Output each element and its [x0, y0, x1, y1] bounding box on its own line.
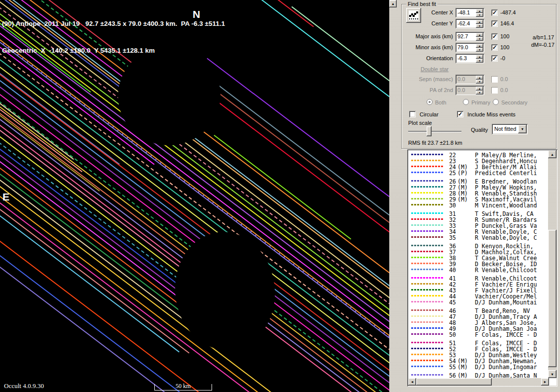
- observer-name: D/J Dunham,Ingomar: [475, 364, 537, 371]
- include-miss-events-label: Include Miss events: [467, 111, 516, 117]
- spinner-buttons[interactable]: ▲ ▼: [476, 20, 483, 27]
- dropdown-arrow-icon[interactable]: ▼: [518, 125, 527, 133]
- spin-value: 79.0: [457, 44, 468, 50]
- spin-down-icon[interactable]: ▼: [476, 59, 483, 63]
- observer-row[interactable]: 49 D/J Dunham,San Joa: [408, 325, 548, 331]
- observer-row[interactable]: 26 (M) E Bredner, Woodlan: [408, 178, 548, 184]
- quality-dropdown[interactable]: Not fitted ▼: [492, 124, 528, 134]
- observer-row[interactable]: 30 M Vincent,Woodland: [408, 202, 548, 208]
- observer-row[interactable]: 52 F Colas, IMCCE - D: [408, 346, 548, 352]
- fixed-check-value: -487.4: [500, 9, 516, 15]
- observer-row[interactable]: 54 (M) D/J Dunham,Newman,: [408, 358, 548, 364]
- observer-row[interactable]: 50 F Colas, IMCCE - D: [408, 331, 548, 337]
- plot-scale-slider-thumb[interactable]: [427, 126, 432, 136]
- value-checkbox[interactable]: ✓: [491, 9, 498, 16]
- observer-row[interactable]: 28 (M) R Venable,Standish: [408, 190, 548, 196]
- observer-row[interactable]: 38 T Case,Walnut Cree: [408, 255, 548, 261]
- observer-row[interactable]: 34 R Venable,Doyle, C: [408, 228, 548, 234]
- observer-name: Predicted Centerli: [475, 170, 537, 177]
- observer-row[interactable]: 55 (M) D/J Dunham,Ingomar: [408, 364, 548, 370]
- plot-scale-label: Plot scale: [408, 120, 432, 126]
- hscroll-thumb[interactable]: [416, 378, 492, 386]
- observer-row[interactable]: 43 F Vachier/J Fixell: [408, 287, 548, 293]
- chord-plot-area: (90) Antiope 2011 Jul 19 92.7 ±243.5 x 7…: [0, 0, 389, 392]
- observer-row[interactable]: 51 F Colas, IMCCE - D: [408, 340, 548, 346]
- observer-row[interactable]: 48 J Albers,San Jose,: [408, 319, 548, 325]
- spin-down-icon[interactable]: ▼: [476, 48, 483, 52]
- spin-up-icon: ▲: [476, 76, 483, 80]
- scroll-up-button[interactable]: ▲: [548, 150, 557, 158]
- observer-name: M Vincent,Woodland: [475, 202, 537, 209]
- spin-input[interactable]: 79.0 ▲ ▼: [455, 43, 484, 52]
- observer-row[interactable]: 23 S Degenhardt,Honcu: [408, 158, 548, 164]
- spin-up-icon[interactable]: ▲: [476, 55, 483, 59]
- vscroll-thumb[interactable]: [548, 230, 557, 367]
- observer-row[interactable]: 46 T Beard,Reno, NV: [408, 307, 548, 313]
- include-miss-events-checkbox[interactable]: ✓: [457, 111, 463, 117]
- spin-up-icon[interactable]: ▲: [476, 44, 483, 48]
- spin-value: -62.4: [457, 20, 470, 26]
- observer-row[interactable]: 24 (M) J Berthier/M Allai: [408, 164, 548, 170]
- spin-input[interactable]: -6.3 ▲ ▼: [455, 54, 484, 63]
- scale-bar: 50 km: [154, 384, 212, 391]
- scale-bar-label: 50 km: [155, 383, 212, 390]
- observer-row[interactable]: 47 D/J Dunham,Tracy A: [408, 313, 548, 319]
- spin-down-icon[interactable]: ▼: [476, 37, 483, 41]
- spinner-buttons[interactable]: ▲ ▼: [476, 44, 483, 51]
- observer-row[interactable]: 56 (M) D/J Dunham,Santa N: [408, 372, 548, 378]
- observer-list-vscrollbar[interactable]: ▲ ▼: [548, 150, 557, 378]
- observer-name: D/J Dunham,Mountai: [475, 299, 537, 306]
- spin-up-icon[interactable]: ▲: [476, 9, 483, 13]
- plot-scale-slider-track[interactable]: [408, 131, 461, 132]
- scroll-right-button[interactable]: ►: [541, 378, 549, 386]
- value-checkbox[interactable]: ✓: [491, 55, 498, 62]
- observer-row[interactable]: 39 D Becker,Boise, ID: [408, 261, 548, 267]
- spin-down-icon: ▼: [476, 80, 483, 84]
- observer-row[interactable]: 27 (M) P Maley/W Hopkins,: [408, 184, 548, 190]
- chord-line: [198, 78, 389, 223]
- value-checkbox[interactable]: ✓: [491, 20, 498, 27]
- observer-row[interactable]: 41 R Venable,Chilcoot: [408, 275, 548, 281]
- scroll-left-button[interactable]: ◄: [408, 378, 416, 386]
- spin-up-icon[interactable]: ▲: [476, 20, 483, 24]
- value-checkbox: [491, 87, 498, 94]
- observer-row[interactable]: 45 D/J Dunham,Mountai: [408, 299, 548, 305]
- observer-list-hscrollbar[interactable]: ◄ ►: [408, 378, 549, 386]
- observer-row[interactable]: 25 (P) Predicted Centerli: [408, 170, 548, 176]
- observer-row[interactable]: 33 P Dunckel,Grass Va: [408, 222, 548, 228]
- double-star-link[interactable]: Double star: [421, 66, 448, 72]
- circular-label: Circular: [420, 111, 439, 117]
- observer-row[interactable]: 37 D Machholz,Colfax,: [408, 249, 548, 255]
- observer-row[interactable]: 29 (M) S Maximoff,Vacavil: [408, 196, 548, 202]
- observer-row[interactable]: 31 T Swift,Davis, CA: [408, 210, 548, 216]
- radio-primary: [463, 99, 469, 105]
- observer-row[interactable]: 32 R Sumner/R Bardars: [408, 216, 548, 222]
- scroll-down-button[interactable]: ▼: [548, 370, 557, 378]
- spin-down-icon[interactable]: ▼: [476, 13, 483, 17]
- circular-checkbox[interactable]: [409, 111, 416, 117]
- plot-scroll-up-button[interactable]: ▲: [389, 0, 397, 7]
- observer-flag: (M): [457, 372, 468, 378]
- observer-row[interactable]: 36 D Kenyon,Rocklin,: [408, 243, 548, 249]
- observer-row[interactable]: 35 R Venable,Doyle, C: [408, 234, 548, 240]
- observer-list-content: 22 P Maley/B Merline, 23 S Degenhardt,Ho…: [408, 150, 548, 378]
- spinner-buttons[interactable]: ▲ ▼: [476, 33, 483, 40]
- observer-flag: (M): [457, 364, 468, 371]
- observer-row[interactable]: 22 P Maley/B Merline,: [408, 152, 548, 158]
- spin-input[interactable]: -62.4 ▲ ▼: [455, 19, 484, 28]
- observer-row[interactable]: 53 D/J Dunham,Westley: [408, 352, 548, 358]
- fixed-check-value: 0.0: [500, 76, 508, 82]
- spin-input[interactable]: 92.7 ▲ ▼: [455, 32, 484, 41]
- spinner-buttons[interactable]: ▲ ▼: [476, 55, 483, 62]
- radio-both: [427, 99, 433, 105]
- value-checkbox[interactable]: ✓: [491, 33, 498, 40]
- spin-up-icon[interactable]: ▲: [476, 33, 483, 37]
- spin-down-icon[interactable]: ▼: [476, 24, 483, 28]
- value-checkbox[interactable]: ✓: [491, 44, 498, 51]
- observer-row[interactable]: 40 R Venable,Chilcoot: [408, 267, 548, 273]
- observer-row[interactable]: 44 Vachier/Cooper/Mel: [408, 293, 548, 299]
- spin-input[interactable]: -48.1 ▲ ▼: [455, 8, 484, 17]
- observer-row[interactable]: 42 F Vachier/E Enriqu: [408, 281, 548, 287]
- plot-vertical-scrollbar[interactable]: ▲: [389, 0, 397, 392]
- spinner-buttons[interactable]: ▲ ▼: [476, 9, 483, 16]
